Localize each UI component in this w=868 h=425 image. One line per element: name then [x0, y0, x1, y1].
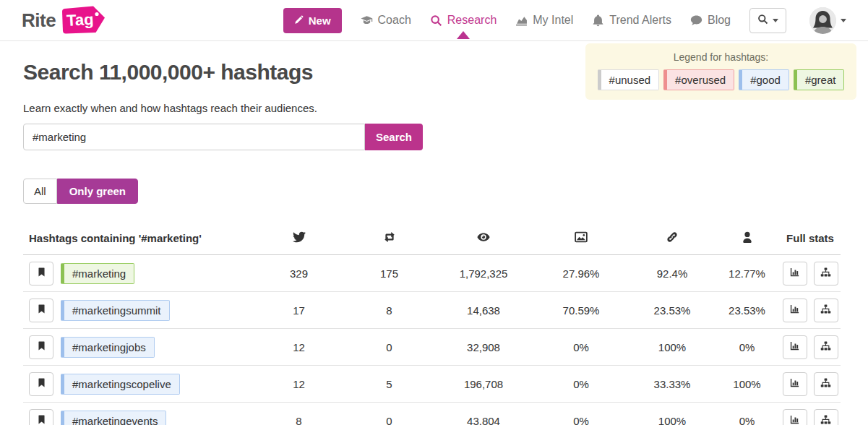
mentions-cell: 23.53% [714, 292, 780, 329]
page-subtitle: Learn exactly when and how hashtags reac… [23, 102, 585, 114]
hashtag-stats-button[interactable] [783, 335, 807, 359]
bar-chart-icon [789, 304, 800, 317]
hashtag-badge[interactable]: #marketing [61, 263, 134, 284]
views-cell: 14,638 [435, 292, 532, 329]
legend-badge-unused: #unused [598, 69, 660, 90]
logo-text-tag: Tag [66, 10, 94, 30]
hashtag-legend: Legend for hashtags: #unused #overused #… [585, 43, 856, 100]
nav-item-research[interactable]: Research [430, 14, 497, 27]
hashtag-stats-button[interactable] [783, 262, 807, 286]
related-hashtags-button[interactable] [814, 409, 838, 425]
sitemap-icon [820, 340, 831, 353]
retweets-cell: 0 [343, 329, 435, 366]
related-hashtags-button[interactable] [814, 335, 838, 359]
bar-chart-icon [789, 377, 800, 390]
tweets-cell: 12 [254, 329, 343, 366]
hashtag-stats-button[interactable] [783, 409, 807, 425]
bar-chart-icon [789, 414, 800, 425]
hashtags-column-header: Hashtags containing '#marketing' [23, 225, 254, 255]
nav-label: Blog [708, 14, 731, 27]
links-cell: 100% [630, 329, 714, 366]
mentions-cell: 0% [714, 329, 780, 366]
bookmark-icon [36, 267, 47, 280]
new-button[interactable]: New [283, 8, 342, 33]
nav-item-coach[interactable]: Coach [361, 14, 411, 27]
bookmark-button[interactable] [29, 409, 53, 425]
bar-chart-icon [789, 340, 800, 353]
views-cell: 1,792,325 [435, 255, 532, 292]
mentions-cell: 100% [714, 366, 780, 403]
hashtag-badge[interactable]: #marketingsummit [61, 300, 170, 321]
related-hashtags-button[interactable] [814, 262, 838, 286]
images-cell: 70.59% [532, 292, 630, 329]
user-menu[interactable] [809, 7, 846, 34]
hashtag-results-table: Hashtags containing '#marketing' Full st… [23, 225, 841, 425]
retweets-cell: 5 [343, 366, 435, 403]
link-icon [666, 233, 679, 246]
images-cell: 0% [532, 366, 630, 403]
retweets-cell: 0 [343, 403, 435, 425]
hashtag-stats-button[interactable] [783, 299, 807, 322]
images-cell: 0% [532, 329, 630, 366]
quick-search-dropdown-button[interactable] [749, 8, 786, 33]
hashtag-badge[interactable]: #marketingevents [61, 411, 166, 425]
links-cell: 92.4% [630, 255, 714, 292]
filter-only-green-button[interactable]: Only green [57, 179, 138, 204]
retweets-column-header [343, 225, 435, 255]
bookmark-button[interactable] [29, 372, 53, 396]
legend-badge-great: #great [794, 69, 845, 90]
legend-badge-good: #good [739, 69, 789, 90]
full-stats-column-header: Full stats [780, 225, 841, 255]
speech-bubble-icon [690, 14, 702, 27]
sitemap-icon [820, 377, 831, 390]
magnifier-icon [430, 14, 442, 27]
bar-chart-icon [789, 267, 800, 280]
search-button[interactable]: Search [365, 124, 423, 150]
images-cell: 27.96% [532, 255, 630, 292]
main-content: Search 11,000,000+ hashtags Learn exactl… [0, 41, 868, 425]
related-hashtags-button[interactable] [814, 299, 838, 322]
ritetag-logo[interactable]: Rite Tag [22, 5, 107, 35]
new-button-label: New [309, 14, 331, 27]
table-header-row: Hashtags containing '#marketing' Full st… [23, 225, 841, 255]
page-title: Search 11,000,000+ hashtags [23, 60, 585, 85]
search-icon [757, 14, 768, 27]
table-row: #marketingscopelive 12 5 196,708 0% 33.3… [23, 366, 841, 403]
main-nav: New Coach Research My Intel Trend Alerts… [283, 7, 846, 34]
bookmark-icon [36, 340, 47, 353]
hashtag-badge[interactable]: #marketingjobs [61, 337, 155, 358]
views-cell: 196,708 [435, 366, 532, 403]
nav-item-blog[interactable]: Blog [690, 14, 731, 27]
table-row: #marketingjobs 12 0 32,908 0% 100% 0% [23, 329, 841, 366]
nav-item-trend-alerts[interactable]: Trend Alerts [592, 14, 671, 27]
nav-label: Trend Alerts [609, 14, 671, 27]
image-icon [575, 233, 588, 246]
bookmark-button[interactable] [29, 335, 53, 359]
hashtag-stats-button[interactable] [783, 372, 807, 396]
hashtag-badge[interactable]: #marketingscopelive [61, 374, 180, 395]
retweets-cell: 175 [343, 255, 435, 292]
views-column-header [435, 225, 532, 255]
links-column-header [630, 225, 714, 255]
images-column-header [532, 225, 630, 255]
bookmark-icon [36, 414, 47, 425]
bookmark-button[interactable] [29, 299, 53, 322]
table-row: #marketingsummit 17 8 14,638 70.59% 23.5… [23, 292, 841, 329]
links-cell: 33.33% [630, 366, 714, 403]
twitter-icon [293, 233, 306, 246]
table-row: #marketing 329 175 1,792,325 27.96% 92.4… [23, 255, 841, 292]
legend-title: Legend for hashtags: [594, 51, 848, 63]
related-hashtags-button[interactable] [814, 372, 838, 396]
nav-item-my-intel[interactable]: My Intel [515, 14, 573, 27]
bell-icon [592, 14, 604, 27]
avatar [809, 7, 836, 34]
logo-text-rite: Rite [22, 9, 56, 32]
tweets-cell: 17 [254, 292, 343, 329]
bookmark-button[interactable] [29, 262, 53, 286]
images-cell: 0% [532, 403, 630, 425]
filter-all-button[interactable]: All [23, 179, 57, 204]
table-body: #marketing 329 175 1,792,325 27.96% 92.4… [23, 255, 841, 425]
table-row: #marketingevents 8 0 43,804 0% 100% 0% [23, 403, 841, 425]
tweets-cell: 12 [254, 366, 343, 403]
hashtag-search-input[interactable] [23, 124, 365, 150]
